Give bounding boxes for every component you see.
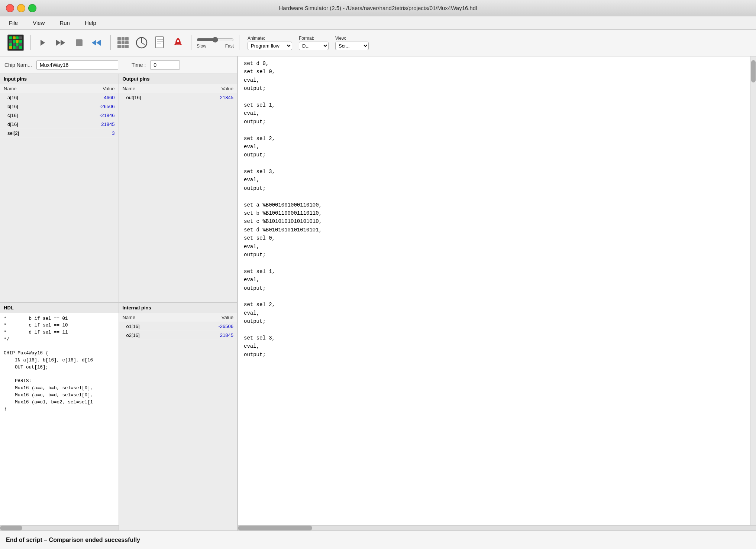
sep2 (110, 35, 111, 50)
fast-forward-icon (55, 38, 68, 48)
svg-rect-3 (76, 39, 83, 46)
svg-point-13 (177, 40, 179, 42)
menu-help[interactable]: Help (82, 18, 99, 27)
script-line: eval, (244, 243, 744, 251)
script-line: set d 0, (244, 59, 744, 68)
format-control: Format: D... (299, 36, 329, 50)
input-value-col: Value (59, 84, 118, 93)
view-select[interactable]: Scr... (335, 42, 369, 50)
speed-slider[interactable] (197, 37, 234, 43)
script-line: output; (244, 351, 744, 359)
table-row: b[16] -26506 (0, 102, 119, 111)
bottom-row: HDL * b if sel == 01 * c if sel == 10 * … (0, 303, 237, 531)
pin-name: out[16] (119, 93, 184, 102)
clock-button[interactable] (134, 35, 149, 51)
stop-icon (75, 38, 84, 47)
menu-view[interactable]: View (30, 18, 48, 27)
statusbar: End of script – Comparison ended success… (0, 530, 756, 549)
speed-area: Slow Fast (197, 37, 234, 49)
hdl-panel: HDL * b if sel == 01 * c if sel == 10 * … (0, 303, 119, 531)
script-line: output; (244, 184, 744, 192)
script-line: set sel 0, (244, 234, 744, 242)
rewind-button[interactable] (89, 36, 105, 49)
table-row: c[16] -21846 (0, 111, 119, 120)
table-row: o2[16] 21845 (119, 331, 238, 340)
time-input[interactable] (150, 60, 180, 70)
status-message: End of script – Comparison ended success… (6, 537, 140, 543)
rocket-button[interactable] (170, 35, 186, 51)
grid-icon (117, 37, 129, 48)
internal-pins-table: Name Value o1[16] -26506o2[16] 21845 (119, 313, 238, 340)
internal-name-col: Name (119, 313, 181, 322)
script-line (244, 126, 744, 134)
script-line (244, 259, 744, 267)
pin-name: o1[16] (119, 322, 181, 331)
script-line: eval, (244, 176, 744, 184)
sep4 (239, 35, 239, 50)
grid-button[interactable] (116, 36, 130, 50)
internal-pins-header: Internal pins (119, 303, 238, 313)
svg-line-8 (142, 43, 145, 45)
table-row: d[16] 21845 (0, 120, 119, 129)
svg-marker-4 (96, 40, 101, 46)
script-scrollbar-h[interactable] (238, 525, 756, 530)
animate-select[interactable]: Program flow (248, 42, 292, 50)
animate-label: Animate: (248, 36, 292, 41)
hdl-scrollbar-thumb (0, 526, 22, 530)
right-panel: set d 0, set sel 0, eval, output; set se… (238, 56, 756, 530)
menu-run[interactable]: Run (56, 18, 73, 27)
left-panel: Chip Nam... Time : Input pins Name Value (0, 56, 238, 530)
script-line: set sel 1, (244, 267, 744, 276)
view-control: View: Scr... (335, 36, 369, 50)
step-forward-icon (38, 38, 48, 48)
pin-name: a[16] (0, 93, 59, 102)
view-label: View: (335, 36, 369, 41)
script-line: eval, (244, 76, 744, 84)
step-button[interactable] (36, 36, 49, 49)
internal-value-col: Value (181, 313, 237, 322)
menubar: File View Run Help (0, 16, 756, 30)
svg-marker-0 (41, 40, 45, 46)
script-icon (155, 36, 165, 49)
pin-value: 21845 (59, 120, 118, 129)
right-scrollbar[interactable] (750, 56, 756, 525)
script-button[interactable] (153, 35, 167, 51)
script-line: eval, (244, 109, 744, 117)
script-line: set sel 3, (244, 334, 744, 342)
stop-button[interactable] (73, 37, 85, 49)
svg-rect-9 (155, 37, 164, 48)
script-line: output; (244, 251, 744, 259)
script-line: set sel 2, (244, 134, 744, 143)
script-line: output; (244, 284, 744, 292)
pin-value: 21845 (181, 331, 237, 340)
pins-row: Input pins Name Value a[16] 4660b[16] -2… (0, 74, 237, 303)
script-line: set a %B0001001000110100, (244, 201, 744, 209)
svg-marker-2 (61, 40, 65, 46)
script-line: set d %B0101010101010101, (244, 226, 744, 234)
chip-name-input[interactable] (36, 60, 118, 70)
pin-value: -26506 (59, 102, 118, 111)
minimize-button[interactable] (17, 4, 25, 12)
output-pins-panel: Output pins Name Value out[16] 21845 (119, 74, 238, 302)
pin-name: d[16] (0, 120, 59, 129)
menu-file[interactable]: File (6, 18, 21, 27)
hdl-content[interactable]: * b if sel == 01 * c if sel == 10 * d if… (0, 313, 119, 526)
format-select[interactable]: D... (299, 42, 329, 50)
maximize-button[interactable] (28, 4, 36, 12)
close-button[interactable] (6, 4, 14, 12)
pin-value: 21845 (184, 93, 237, 102)
script-line: eval, (244, 143, 744, 151)
hdl-scrollbar-h[interactable] (0, 525, 119, 530)
chip-icon-button[interactable] (6, 33, 25, 52)
input-pins-panel: Input pins Name Value a[16] 4660b[16] -2… (0, 74, 119, 302)
pin-value: 3 (59, 129, 118, 138)
table-row: sel[2] 3 (0, 129, 119, 138)
fast-forward-button[interactable] (53, 36, 70, 49)
internal-pins-panel: Internal pins Name Value o1[16] -26506o2… (119, 303, 238, 531)
toolbar: Slow Fast Animate: Program flow Format: … (0, 30, 756, 56)
hdl-header: HDL (0, 303, 119, 313)
script-content[interactable]: set d 0, set sel 0, eval, output; set se… (238, 56, 750, 525)
speed-slow-label: Slow (197, 43, 206, 49)
pin-name: c[16] (0, 111, 59, 120)
right-scrollbar-thumb (751, 60, 756, 82)
